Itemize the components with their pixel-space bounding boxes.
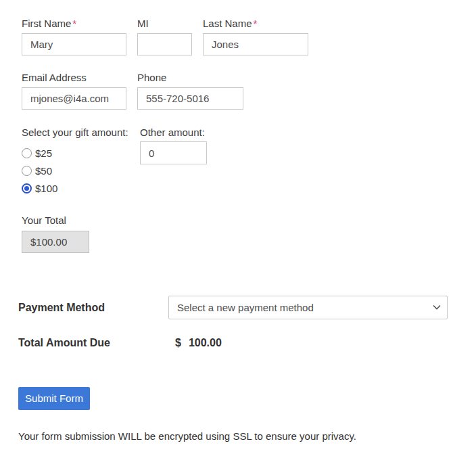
phone-field: Phone <box>137 72 243 110</box>
required-asterisk: * <box>254 18 258 29</box>
radio-button-50[interactable] <box>22 166 32 176</box>
other-amount-column: Other amount: <box>140 127 207 197</box>
other-amount-input[interactable] <box>140 141 207 164</box>
radio-label-50: $50 <box>35 165 52 177</box>
your-total-input <box>22 231 89 253</box>
email-input[interactable] <box>22 87 126 110</box>
payment-method-select-wrap: Select a new payment method <box>168 296 448 319</box>
submit-form-button[interactable]: Submit Form <box>18 387 90 410</box>
first-name-field: First Name* <box>22 18 126 55</box>
first-name-label: First Name* <box>22 18 126 29</box>
mi-input[interactable] <box>137 33 192 55</box>
payment-method-select[interactable]: Select a new payment method <box>168 296 448 319</box>
gift-amount-label: Select your gift amount: <box>22 127 140 138</box>
your-total-section: Your Total <box>22 214 458 253</box>
due-amount: 100.00 <box>189 337 222 348</box>
gift-option-25[interactable]: $25 <box>22 144 140 162</box>
donation-form-page: First Name* MI Last Name* Email Address … <box>0 0 476 442</box>
radio-label-25: $25 <box>35 147 52 159</box>
mi-label: MI <box>137 18 192 29</box>
donor-info-section: First Name* MI Last Name* Email Address … <box>22 18 458 253</box>
radio-button-25[interactable] <box>22 148 32 158</box>
radio-label-100: $100 <box>35 183 57 194</box>
gift-option-50[interactable]: $50 <box>22 162 140 179</box>
ssl-privacy-note: Your form submission WILL be encrypted u… <box>18 430 458 442</box>
gift-option-100[interactable]: $100 <box>22 179 140 197</box>
phone-label: Phone <box>137 72 243 83</box>
last-name-label: Last Name* <box>203 18 308 29</box>
required-asterisk: * <box>72 18 76 29</box>
mi-field: MI <box>137 18 192 55</box>
phone-input[interactable] <box>137 87 243 110</box>
total-amount-due-value: $100.00 <box>168 337 222 349</box>
last-name-label-text: Last Name <box>203 18 252 29</box>
first-name-label-text: First Name <box>22 18 71 29</box>
gift-options-column: Select your gift amount: $25 $50 $100 <box>22 127 140 197</box>
radio-button-100[interactable] <box>22 183 32 194</box>
last-name-input[interactable] <box>203 33 308 55</box>
currency-symbol: $ <box>175 337 181 348</box>
email-field: Email Address <box>22 72 126 110</box>
contact-row: Email Address Phone <box>22 72 458 110</box>
other-amount-field: Other amount: <box>140 127 207 164</box>
gift-amount-section: Select your gift amount: $25 $50 $100 Ot… <box>22 127 458 197</box>
last-name-field: Last Name* <box>203 18 308 55</box>
email-label: Email Address <box>22 72 126 83</box>
total-amount-due-row: Total Amount Due $100.00 <box>18 337 458 349</box>
your-total-label: Your Total <box>22 214 458 226</box>
total-amount-due-label: Total Amount Due <box>18 337 168 349</box>
payment-method-row: Payment Method Select a new payment meth… <box>18 296 458 319</box>
other-amount-label: Other amount: <box>140 127 207 138</box>
first-name-input[interactable] <box>22 33 126 55</box>
name-row: First Name* MI Last Name* <box>22 18 458 55</box>
payment-method-label: Payment Method <box>18 302 168 314</box>
